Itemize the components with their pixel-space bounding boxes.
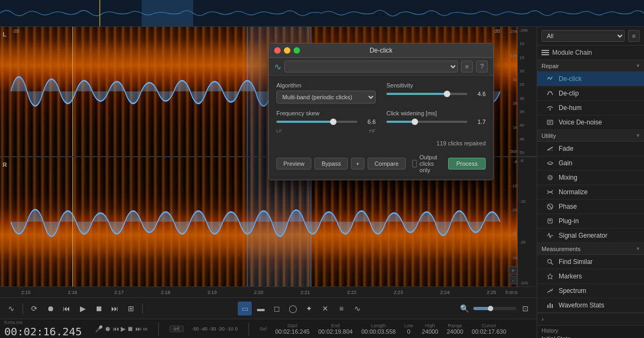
- svg-point-9: [549, 177, 551, 179]
- dialog-footer: Preview Bypass + Compare Output clicks o…: [276, 152, 486, 173]
- sidebar-item-declick[interactable]: De-click: [537, 72, 644, 86]
- loop2-btn[interactable]: ⊞: [124, 302, 138, 315]
- search-btn[interactable]: 🔍: [457, 302, 471, 315]
- sidebar-more-btn-area: ›: [537, 313, 644, 325]
- freq-skew-fill: [276, 121, 333, 123]
- sidebar-item-find-similar[interactable]: Find Similar: [537, 255, 644, 269]
- zoom-slider[interactable]: [473, 307, 516, 310]
- zoom-slider-thumb[interactable]: [488, 306, 493, 311]
- zoom-out-btn[interactable]: -: [509, 276, 517, 284]
- waveform-btn[interactable]: ∿: [4, 302, 18, 315]
- stop-pos-btn[interactable]: ⏹: [127, 325, 134, 333]
- fade-label: Fade: [559, 145, 573, 152]
- click-widening-slider[interactable]: [386, 121, 467, 123]
- plus-btn[interactable]: +: [351, 158, 364, 170]
- magic-wand-btn[interactable]: ✦: [302, 302, 316, 315]
- time-format-section: h:ms.ms 00:02:16.245: [4, 320, 82, 338]
- select-time-btn[interactable]: ▬: [254, 302, 268, 315]
- select-freq-btn[interactable]: ◻: [270, 302, 284, 315]
- db-header-top: dB: [13, 28, 19, 34]
- rec-btn[interactable]: ⏺: [105, 325, 111, 333]
- time-markers: 2:15 2:16 2:17 2:18 2:19 2:20 2:21 2:22 …: [0, 286, 537, 297]
- measurements-section-header[interactable]: Measurements ▾: [537, 243, 644, 255]
- sidebar-item-signal-gen[interactable]: Signal Generator: [537, 229, 644, 243]
- dialog-list-btn[interactable]: ≡: [461, 61, 473, 72]
- dialog-preset-select[interactable]: [284, 61, 458, 72]
- algorithm-select[interactable]: Multi-band (periodic clicks): [276, 91, 376, 104]
- play-pos-btn[interactable]: ▶: [121, 325, 126, 333]
- time-2-16: 2:16: [68, 290, 77, 295]
- maximize-btn[interactable]: [294, 47, 300, 54]
- svg-line-16: [551, 263, 553, 264]
- bypass-btn[interactable]: Bypass: [314, 158, 348, 170]
- dehum-label: De-hum: [559, 104, 582, 112]
- sidebar-item-waveform-stats[interactable]: Waveform Stats: [537, 298, 644, 313]
- dialog-help-btn[interactable]: ?: [476, 61, 488, 72]
- overview-bar[interactable]: [0, 0, 644, 27]
- curve-btn[interactable]: ∿: [350, 302, 364, 315]
- next-btn[interactable]: ⏭: [108, 302, 122, 315]
- prev-pos-btn[interactable]: ⏮: [113, 325, 119, 333]
- loop-btn[interactable]: ⟳: [27, 302, 41, 315]
- svg-rect-18: [547, 305, 548, 308]
- spectrum-icon: [546, 286, 554, 295]
- status-cursor: Cursor 00:02:17.630: [472, 323, 506, 335]
- close-btn[interactable]: [274, 47, 281, 54]
- next-pos-btn[interactable]: ⏭: [135, 325, 142, 333]
- sidebar-item-markers[interactable]: Markers: [537, 269, 644, 284]
- loop-pos-btn[interactable]: ∞: [143, 325, 148, 333]
- time-2-24: 2:24: [440, 290, 450, 295]
- freq-skew-thumb[interactable]: [330, 119, 336, 125]
- click-widening-slider-container: 1.7: [386, 119, 486, 125]
- repair-section-header[interactable]: Repair ▾: [537, 60, 644, 72]
- time-2-25: 2:25: [487, 290, 496, 295]
- sidebar-item-dehum[interactable]: De-hum: [537, 101, 644, 115]
- input-controls: 🎤 ⏺ ⏮ ▶ ⏹ ⏭ ∞: [95, 325, 148, 333]
- click-widening-thumb[interactable]: [412, 119, 418, 125]
- preview-btn[interactable]: Preview: [276, 158, 311, 170]
- minimize-btn[interactable]: [284, 47, 290, 54]
- sidebar-item-plugin[interactable]: Plug-in: [537, 214, 644, 229]
- sidebar-filter-select[interactable]: All: [541, 30, 625, 42]
- freq-skew-slider[interactable]: [276, 121, 357, 123]
- mic-btn[interactable]: 🎤: [95, 325, 103, 333]
- play-btn[interactable]: ▶: [76, 302, 90, 315]
- zoom-buttons[interactable]: + -: [509, 266, 517, 284]
- zoom-fit-btn[interactable]: ⊡: [518, 302, 532, 315]
- output-clicks-checkbox[interactable]: [412, 160, 417, 167]
- playback-controls: ⟳ ⏺ ⏮ ▶ ⏹ ⏭ ⊞: [27, 302, 138, 315]
- pencil-btn[interactable]: ≡: [334, 302, 348, 315]
- markers-icon: [546, 272, 554, 281]
- voicedenoise-label: Voice De-noise: [559, 119, 602, 126]
- sidebar-item-fade[interactable]: Fade: [537, 142, 644, 156]
- sensitivity-slider[interactable]: [386, 93, 467, 95]
- sidebar-more-btn[interactable]: ›: [541, 315, 544, 323]
- select-tool-btn[interactable]: ▭: [238, 302, 252, 315]
- declick-label: De-click: [559, 75, 582, 83]
- sidebar-item-normalize[interactable]: Normalize: [537, 185, 644, 200]
- crosshair-btn[interactable]: ✕: [318, 302, 332, 315]
- dialog-row-2: Frequency skew 6.6 LF HF Click widening …: [276, 110, 486, 134]
- declip-label: De-clip: [559, 90, 579, 97]
- process-btn[interactable]: Process: [448, 158, 486, 170]
- stop-btn[interactable]: ⏹: [92, 302, 106, 315]
- clicks-repaired-text: 119 clicks repaired: [276, 140, 486, 146]
- sidebar-item-gain[interactable]: Gain: [537, 156, 644, 171]
- compare-btn[interactable]: Compare: [368, 158, 406, 170]
- svg-line-11: [548, 205, 552, 208]
- declick-icon: [546, 75, 554, 83]
- lasso-btn[interactable]: ◯: [286, 302, 300, 315]
- prev-btn[interactable]: ⏮: [60, 302, 74, 315]
- sidebar-item-phase[interactable]: Phase: [537, 200, 644, 214]
- sidebar-item-mixing[interactable]: Mixing: [537, 171, 644, 185]
- utility-section-header[interactable]: Utility ▾: [537, 130, 644, 142]
- time-2-19: 2:19: [207, 290, 217, 295]
- sensitivity-thumb[interactable]: [444, 91, 450, 97]
- sidebar-item-spectrum[interactable]: Spectrum: [537, 284, 644, 298]
- record-btn[interactable]: ⏺: [43, 302, 57, 315]
- sidebar-item-declip[interactable]: De-clip: [537, 86, 644, 101]
- sidebar-list-btn[interactable]: ≡: [628, 30, 640, 42]
- zoom-in-btn[interactable]: +: [509, 266, 517, 275]
- output-clicks-label[interactable]: Output clicks only: [412, 154, 445, 173]
- sidebar-item-voicedenoise[interactable]: Voice De-noise: [537, 115, 644, 130]
